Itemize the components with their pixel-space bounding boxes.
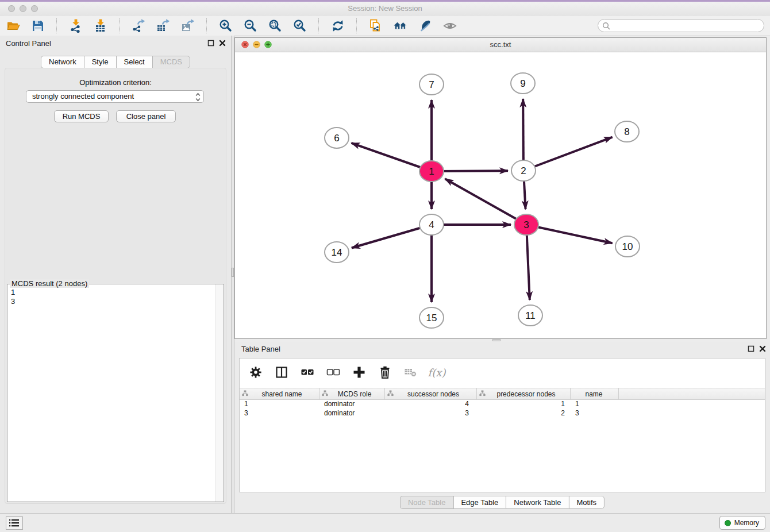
result-node-id: 3	[11, 297, 212, 306]
graph-node-9[interactable]: 9	[511, 73, 535, 94]
graph-edge-2-8[interactable]	[523, 137, 613, 171]
node-label: 3	[523, 219, 529, 230]
zoom-fit-icon[interactable]	[268, 18, 283, 33]
column-label: successor nodes	[394, 390, 476, 398]
import-table-icon[interactable]	[93, 18, 108, 33]
graph-node-8[interactable]: 8	[615, 121, 639, 142]
titlebar: Session: New Session	[0, 2, 770, 17]
graph-node-6[interactable]: 6	[325, 128, 349, 148]
export-network-icon[interactable]	[131, 18, 146, 33]
tab-motifs[interactable]: Motifs	[568, 496, 605, 509]
tab-network-table[interactable]: Network Table	[506, 496, 568, 509]
list-icon	[9, 518, 20, 528]
graph-node-1[interactable]: 1	[419, 161, 444, 182]
splitter-grip[interactable]	[232, 268, 234, 277]
export-image-icon[interactable]	[180, 18, 195, 33]
column-header-MCDS-role[interactable]: MCDS role	[319, 388, 385, 399]
node-label: 15	[426, 313, 437, 323]
memory-status-icon	[725, 520, 731, 526]
graph-node-4[interactable]: 4	[419, 214, 444, 235]
column-header-predecessor-nodes[interactable]: predecessor nodes	[477, 388, 571, 399]
open-session-icon[interactable]	[6, 18, 21, 33]
import-network-icon[interactable]	[68, 18, 83, 33]
select-all-columns-icon[interactable]	[301, 365, 314, 379]
unselect-all-columns-icon[interactable]	[326, 365, 340, 379]
run-mcds-button[interactable]: Run MCDS	[54, 110, 109, 122]
zoom-out-icon[interactable]	[243, 18, 258, 33]
clone-network-icon[interactable]	[368, 18, 383, 33]
column-header-successor-nodes[interactable]: successor nodes	[385, 388, 477, 399]
column-header-name[interactable]: name	[571, 388, 619, 399]
graph-edge-3-11[interactable]	[526, 225, 530, 300]
tab-edge-table[interactable]: Edge Table	[453, 496, 506, 509]
search-field	[598, 19, 764, 32]
search-input[interactable]	[613, 20, 762, 32]
zoom-in-icon[interactable]	[218, 18, 233, 33]
home-layout-icon[interactable]	[393, 18, 408, 33]
table-cell[interactable]: 4	[385, 399, 477, 408]
result-node-id: 1	[11, 288, 212, 297]
close-panel-icon[interactable]	[218, 39, 226, 47]
export-table-icon[interactable]	[156, 18, 171, 33]
table-cell[interactable]: dominator	[319, 408, 385, 418]
memory-button[interactable]: Memory	[719, 516, 765, 530]
optimization-criterion-label: Optimization criterion:	[0, 78, 231, 87]
float-panel-icon[interactable]	[747, 345, 755, 353]
graph-node-15[interactable]: 15	[419, 307, 444, 328]
network-frame-titlebar[interactable]: scc.txt	[235, 38, 766, 52]
delete-column-icon[interactable]	[378, 365, 392, 379]
tab-mcds[interactable]: MCDS	[152, 56, 190, 68]
network-canvas[interactable]: 7968124314101511	[235, 52, 766, 338]
show-columns-icon[interactable]	[275, 365, 288, 379]
splitter-grip[interactable]	[492, 339, 500, 341]
toolbar-separator	[318, 18, 319, 33]
graph-node-2[interactable]: 2	[511, 160, 536, 181]
column-type-icon	[387, 390, 394, 398]
memory-label: Memory	[734, 519, 759, 527]
apply-layout-icon[interactable]	[330, 18, 345, 33]
close-panel-button[interactable]: Close panel	[116, 110, 176, 122]
function-builder-icon: f(x)	[430, 365, 444, 379]
table-cell[interactable]: 3	[385, 408, 477, 418]
mcds-result-list[interactable]: 13	[7, 286, 215, 502]
tab-style[interactable]: Style	[84, 56, 116, 68]
criterion-select-value: strongly connected component	[32, 92, 134, 101]
column-type-icon	[479, 390, 486, 398]
table-cell[interactable]: 1	[240, 399, 319, 408]
result-scrollbar[interactable]	[215, 284, 224, 502]
graph-node-7[interactable]: 7	[419, 74, 444, 95]
graph-edge-3-1[interactable]	[445, 179, 526, 225]
table-cell[interactable]: 1	[571, 399, 619, 408]
toolbar-separator	[206, 18, 207, 33]
table-cell[interactable]: dominator	[319, 399, 385, 408]
float-panel-icon[interactable]	[207, 39, 215, 47]
tab-node-table[interactable]: Node Table	[400, 496, 453, 509]
toolbar-separator	[356, 18, 357, 33]
task-history-button[interactable]	[6, 516, 23, 530]
node-label: 4	[429, 219, 434, 230]
column-header-shared-name[interactable]: shared name	[240, 388, 319, 399]
zoom-selected-icon[interactable]	[292, 18, 307, 33]
node-label: 10	[622, 241, 633, 252]
toolbar-separator	[56, 18, 57, 33]
save-session-icon[interactable]	[30, 18, 45, 33]
graph-node-14[interactable]: 14	[325, 242, 349, 263]
close-panel-icon[interactable]	[759, 345, 767, 353]
show-details-eye-icon[interactable]	[442, 18, 457, 33]
table-cell[interactable]: 3	[240, 408, 319, 418]
graph-node-11[interactable]: 11	[518, 305, 542, 326]
table-settings-gear-icon[interactable]	[249, 365, 263, 379]
tab-select[interactable]: Select	[116, 56, 152, 68]
graph-node-3[interactable]: 3	[514, 214, 538, 235]
graph-node-10[interactable]: 10	[615, 236, 640, 257]
table-cell[interactable]: 3	[571, 408, 619, 418]
table-cell[interactable]: 2	[477, 408, 571, 418]
graph-edge-3-10[interactable]	[526, 225, 613, 243]
add-column-icon[interactable]	[352, 365, 366, 379]
tab-network[interactable]: Network	[41, 56, 84, 68]
table-panel: Table Panel f(x) shared nameMCDS rolesuc…	[234, 342, 770, 513]
graph-edge-1-6[interactable]	[351, 143, 432, 171]
style-brush-icon[interactable]	[418, 18, 433, 33]
table-cell[interactable]: 1	[477, 399, 571, 408]
criterion-select[interactable]: strongly connected component	[26, 90, 204, 103]
